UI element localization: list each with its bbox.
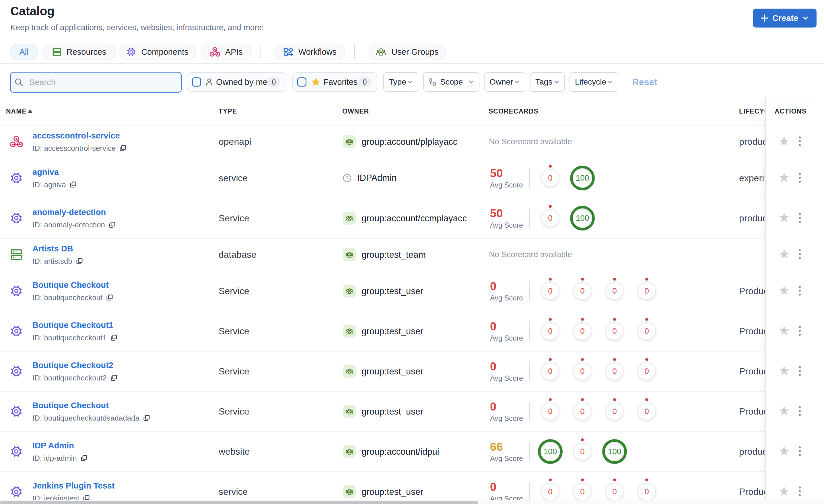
svg-text:?: ? — [346, 175, 348, 181]
